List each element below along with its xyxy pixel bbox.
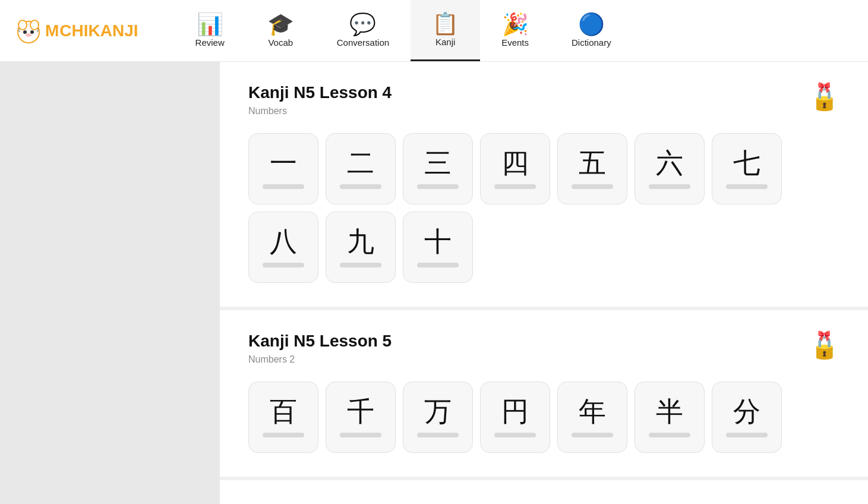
nav-item-kanji[interactable]: 📋 Kanji: [411, 0, 480, 61]
main-content: Kanji N5 Lesson 4Numbers 🎀 🔒 一 二 三 四 五 六…: [0, 62, 868, 504]
kanji-character: 円: [501, 397, 529, 427]
events-label: Events: [501, 37, 529, 48]
kanji-reading-bar: [726, 184, 768, 189]
kanji-character: 四: [501, 149, 529, 179]
kanji-reading-bar: [417, 263, 459, 267]
kanji-reading-bar: [417, 433, 459, 437]
kanji-reading-bar: [263, 184, 304, 189]
review-label: Review: [195, 37, 225, 48]
nav-item-review[interactable]: 📊 Review: [174, 0, 246, 61]
nav-item-conversation[interactable]: 💬 Conversation: [315, 0, 411, 61]
lesson-subtitle: Numbers 2: [248, 354, 839, 365]
vocab-label: Vocab: [268, 37, 293, 48]
kanji-grid: 百 千 万 円 年 半 分: [248, 382, 839, 453]
kanji-character: 年: [579, 397, 606, 427]
dictionary-icon: 🔵: [578, 14, 605, 35]
conversation-icon: 💬: [349, 14, 376, 35]
kanji-card[interactable]: 九: [326, 212, 396, 283]
events-icon: 🎉: [502, 14, 529, 35]
dictionary-label: Dictionary: [572, 37, 611, 48]
kanji-icon: 📋: [432, 13, 459, 34]
lock-icon[interactable]: 🎀 🔒: [809, 329, 839, 360]
kanji-character: 八: [270, 227, 297, 257]
kanji-card[interactable]: 八: [248, 212, 318, 283]
review-icon: 📊: [197, 14, 223, 35]
kanji-card[interactable]: 千: [326, 382, 396, 453]
kanji-card[interactable]: 四: [480, 133, 550, 204]
kanji-reading-bar: [572, 433, 613, 437]
kanji-card[interactable]: 一: [248, 133, 318, 204]
kanji-card[interactable]: 十: [403, 212, 473, 283]
lesson-subtitle: Numbers: [248, 106, 839, 116]
kanji-card[interactable]: 五: [557, 133, 627, 204]
svg-point-5: [26, 33, 31, 37]
kanji-character: 七: [733, 149, 760, 179]
kanji-card[interactable]: 七: [712, 133, 782, 204]
lesson-section-lesson5: Kanji N5 Lesson 5Numbers 2 🎀 🔒 百 千 万 円 年…: [220, 310, 868, 480]
nav-item-vocab[interactable]: 🎓 Vocab: [246, 0, 315, 61]
kanji-character: 三: [424, 149, 452, 179]
kanji-card[interactable]: 半: [635, 382, 705, 453]
lesson-title: Kanji N5 Lesson 4: [248, 83, 839, 102]
kanji-reading-bar: [572, 184, 613, 189]
kanji-character: 分: [733, 397, 760, 427]
navbar: MCHIKANJI 📊 Review 🎓 Vocab 💬 Conversatio…: [0, 0, 868, 62]
kanji-card[interactable]: 百: [248, 382, 318, 453]
kanji-card[interactable]: 六: [635, 133, 705, 204]
kanji-reading-bar: [726, 433, 768, 437]
kanji-card[interactable]: 年: [557, 382, 627, 453]
kanji-card[interactable]: 分: [712, 382, 782, 453]
kanji-reading-bar: [494, 433, 536, 437]
kanji-reading-bar: [417, 184, 459, 189]
kanji-reading-bar: [263, 433, 304, 437]
sidebar: [0, 62, 220, 504]
kanji-character: 千: [347, 397, 374, 427]
kanji-reading-bar: [263, 263, 304, 267]
kanji-character: 五: [579, 149, 606, 179]
lesson-section-lesson4: Kanji N5 Lesson 4Numbers 🎀 🔒 一 二 三 四 五 六…: [220, 62, 868, 310]
kanji-grid: 一 二 三 四 五 六 七 八 九 十: [248, 133, 839, 283]
svg-point-4: [30, 30, 34, 34]
logo-icon: [14, 17, 43, 45]
nav-item-events[interactable]: 🎉 Events: [480, 0, 550, 61]
kanji-reading-bar: [340, 184, 381, 189]
vocab-icon: 🎓: [267, 14, 294, 35]
kanji-reading-bar: [494, 184, 536, 189]
svg-point-3: [23, 30, 27, 34]
lock-bow: 🎀: [818, 81, 831, 94]
svg-point-2: [30, 20, 39, 30]
kanji-label: Kanji: [435, 37, 455, 47]
kanji-card[interactable]: 万: [403, 382, 473, 453]
lock-bow: 🎀: [818, 329, 831, 342]
brand-name: M: [45, 21, 59, 40]
kanji-reading-bar: [340, 263, 381, 267]
kanji-character: 六: [656, 149, 683, 179]
kanji-character: 十: [424, 227, 452, 257]
kanji-reading-bar: [649, 184, 690, 189]
kanji-character: 半: [656, 397, 683, 427]
svg-point-1: [18, 20, 27, 30]
kanji-character: 二: [347, 149, 374, 179]
lesson-title: Kanji N5 Lesson 5: [248, 332, 839, 351]
kanji-character: 百: [270, 397, 297, 427]
kanji-card[interactable]: 円: [480, 382, 550, 453]
kanji-character: 九: [347, 227, 374, 257]
lessons-container: Kanji N5 Lesson 4Numbers 🎀 🔒 一 二 三 四 五 六…: [220, 62, 868, 504]
kanji-character: 一: [270, 149, 297, 179]
kanji-reading-bar: [340, 433, 381, 437]
kanji-card[interactable]: 三: [403, 133, 473, 204]
lock-icon[interactable]: 🎀 🔒: [809, 81, 839, 112]
nav-items: 📊 Review 🎓 Vocab 💬 Conversation 📋 Kanji …: [174, 0, 854, 61]
kanji-card[interactable]: 二: [326, 133, 396, 204]
nav-item-dictionary[interactable]: 🔵 Dictionary: [550, 0, 633, 61]
kanji-character: 万: [424, 397, 452, 427]
logo[interactable]: MCHIKANJI: [14, 17, 138, 45]
kanji-reading-bar: [649, 433, 690, 437]
conversation-label: Conversation: [337, 37, 389, 48]
